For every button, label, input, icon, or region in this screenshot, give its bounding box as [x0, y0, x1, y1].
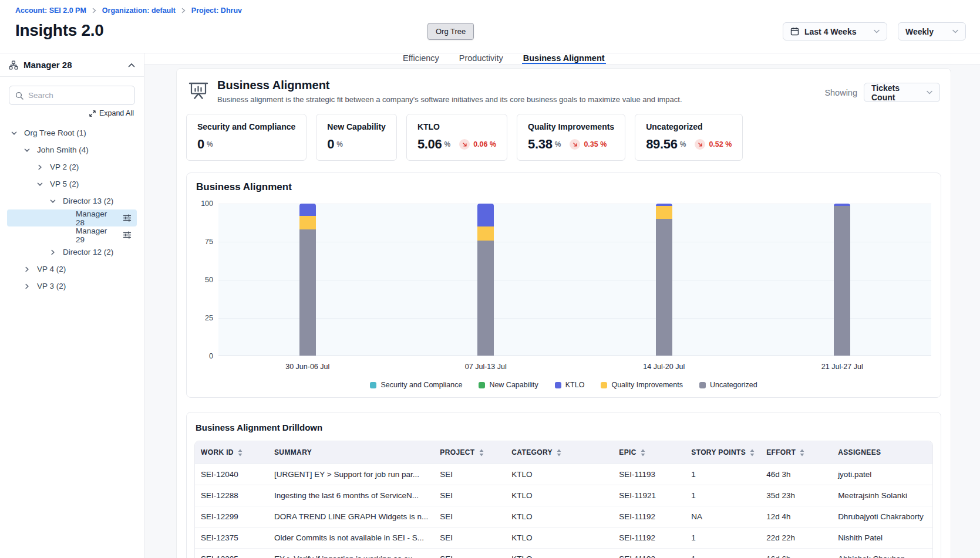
tree-item-vp-4-2[interactable]: VP 4 (2)	[7, 261, 137, 278]
column-label: PROJECT	[440, 448, 474, 456]
expand-all-button[interactable]: Expand All	[10, 109, 134, 117]
y-axis-tick: 75	[205, 238, 213, 246]
breadcrumb-link-project[interactable]: Project: Dhruv	[191, 6, 242, 15]
table-cell: Dhrubajyoti Chakraborty	[832, 506, 932, 527]
table-cell: Nishith Patel	[832, 527, 932, 549]
table-row[interactable]: SEI-12299DORA TREND LINE GRAPH Widgets i…	[195, 506, 932, 527]
tree-item-label: Org Tree Root (1)	[24, 128, 86, 137]
column-header-work-id[interactable]: WORK ID	[195, 441, 268, 464]
metric-unit: %	[555, 140, 561, 148]
chevron-right-icon[interactable]	[23, 266, 37, 273]
sort-icon[interactable]	[641, 449, 645, 456]
metric-card-new-capability: New Capability0%	[316, 114, 397, 161]
bar-segment-uncategorized[interactable]	[656, 219, 672, 356]
org-tree-button[interactable]: Org Tree	[427, 23, 474, 40]
stacked-bar-07-jul-13-jul[interactable]	[477, 204, 494, 356]
bar-segment-quality-improvements[interactable]	[477, 226, 494, 241]
trend-down-icon	[570, 139, 580, 150]
y-axis-tick: 0	[209, 352, 213, 360]
search-icon	[15, 92, 23, 100]
interval-value: Weekly	[905, 27, 934, 36]
sort-icon[interactable]	[800, 449, 804, 456]
chevron-down-icon[interactable]	[11, 130, 24, 137]
legend-item-new-capability[interactable]: New Capability	[479, 381, 538, 389]
interval-select[interactable]: Weekly	[898, 22, 966, 40]
tree-item-director-13-2[interactable]: Director 13 (2)	[7, 192, 137, 209]
legend-item-ktlo[interactable]: KTLO	[555, 381, 585, 389]
tree-item-label: Director 12 (2)	[63, 248, 113, 256]
column-label: EPIC	[619, 448, 636, 456]
bar-segment-quality-improvements[interactable]	[656, 206, 672, 219]
table-row[interactable]: SEI-12305EY > Verify if ingestion is wor…	[195, 549, 932, 558]
tab-efficiency[interactable]: Efficiency	[402, 53, 440, 64]
chevron-down-icon[interactable]	[49, 198, 63, 205]
table-cell: 22d 22h	[760, 527, 832, 549]
metric-card-quality-improvements: Quality Improvements5.38%0.35 %	[517, 114, 625, 161]
table-row[interactable]: SEI-12375Older Commits is not available …	[195, 527, 932, 549]
tree-item-org-tree-root-1[interactable]: Org Tree Root (1)	[7, 124, 137, 141]
bar-segment-quality-improvements[interactable]	[299, 216, 316, 229]
table-row[interactable]: SEI-12288Ingesting the last 6 months of …	[195, 485, 932, 506]
legend-label: Uncategorized	[710, 381, 757, 389]
table-cell: Meetrajsinh Solanki	[832, 485, 932, 506]
chart-section: Business Alignment 1007550250 30 Jun-06 …	[186, 173, 941, 398]
chevron-right-icon[interactable]	[36, 164, 50, 171]
tree-item-vp-3-2[interactable]: VP 3 (2)	[7, 278, 137, 295]
date-range-select[interactable]: Last 4 Weeks	[783, 22, 887, 40]
tree-item-vp-2-2[interactable]: VP 2 (2)	[7, 158, 137, 175]
filter-sliders-icon[interactable]	[123, 214, 132, 222]
bar-segment-ktlo[interactable]	[477, 204, 494, 226]
bar-segment-ktlo[interactable]	[299, 204, 316, 216]
legend-item-quality-improvements[interactable]: Quality Improvements	[601, 381, 683, 389]
column-header-project[interactable]: PROJECT	[434, 441, 506, 464]
tree-item-director-12-2[interactable]: Director 12 (2)	[7, 244, 137, 261]
chevron-down-icon[interactable]	[36, 181, 50, 188]
showing-select[interactable]: Tickets Count	[864, 83, 940, 102]
chevron-right-icon[interactable]	[49, 249, 63, 256]
trend-badge: 0.06 %	[459, 139, 496, 150]
tree-item-manager-29[interactable]: Manager 29	[7, 226, 137, 244]
bar-segment-uncategorized[interactable]	[834, 206, 850, 356]
table-cell: KTLO	[506, 527, 613, 549]
legend-item-security-and-compliance[interactable]: Security and Compliance	[370, 381, 462, 389]
top-header: Account: SEI 2.0 PMOrganization: default…	[0, 0, 980, 53]
column-header-category[interactable]: CATEGORY	[506, 441, 613, 464]
stacked-bar-14-jul-20-jul[interactable]	[656, 204, 672, 356]
collapse-sidebar-icon[interactable]	[128, 63, 135, 67]
tree-item-vp-5-2[interactable]: VP 5 (2)	[7, 175, 137, 192]
x-axis-label: 21 Jul-27 Jul	[753, 363, 932, 371]
table-cell: 1	[685, 527, 760, 549]
stacked-bar-30-jun-06-jul[interactable]	[299, 204, 316, 356]
column-header-effort[interactable]: EFFORT	[760, 441, 832, 464]
table-cell: [URGENT] EY > Support for job run par...	[268, 464, 434, 485]
search-input[interactable]	[28, 91, 129, 100]
table-row[interactable]: SEI-12040[URGENT] EY > Support for job r…	[195, 464, 932, 485]
trend-delta: 0.35 %	[584, 140, 607, 148]
stacked-bar-21-jul-27-jul[interactable]	[834, 204, 850, 356]
tab-productivity[interactable]: Productivity	[458, 53, 504, 64]
chevron-right-icon[interactable]	[23, 283, 37, 290]
column-header-story-points[interactable]: STORY POINTS	[685, 441, 760, 464]
tree-item-manager-28[interactable]: Manager 28	[7, 209, 137, 226]
sort-icon[interactable]	[238, 449, 243, 456]
breadcrumb-link-organization[interactable]: Organization: default	[102, 6, 176, 15]
metric-unit: %	[680, 140, 686, 148]
sort-icon[interactable]	[479, 449, 484, 456]
sort-icon[interactable]	[557, 449, 561, 456]
column-header-epic[interactable]: EPIC	[613, 441, 685, 464]
metric-value: 0	[327, 137, 334, 152]
chevron-down-icon[interactable]	[23, 147, 37, 154]
legend-item-uncategorized[interactable]: Uncategorized	[699, 381, 757, 389]
table-cell: Abhishek Chauhan	[832, 549, 932, 558]
tree-item-john-smith-4[interactable]: John Smith (4)	[7, 141, 137, 158]
bar-segment-uncategorized[interactable]	[299, 229, 316, 356]
breadcrumb-link-account[interactable]: Account: SEI 2.0 PM	[15, 6, 86, 15]
table-cell: SEI-11192	[613, 506, 685, 527]
chart-plot-area	[218, 204, 931, 356]
sort-icon[interactable]	[750, 449, 755, 456]
tab-business-alignment[interactable]: Business Alignment	[522, 53, 606, 64]
legend-label: New Capability	[489, 381, 538, 389]
column-header-assignees: ASSIGNEES	[832, 441, 932, 464]
bar-segment-uncategorized[interactable]	[477, 241, 494, 356]
filter-sliders-icon[interactable]	[123, 231, 132, 239]
